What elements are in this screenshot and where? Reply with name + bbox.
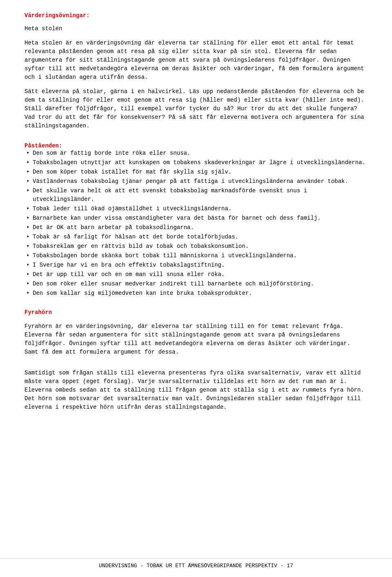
list-item: Tobaksbolagen utnyttjar att kunskapen om… xyxy=(24,158,368,167)
spacer2 xyxy=(24,303,368,309)
list-item: Det är upp till var och en om man vill s… xyxy=(24,270,368,279)
list-item: Barnarbete kan under vissa omständighete… xyxy=(24,214,368,223)
list-item: Tobak är så farligt för hälsan att det b… xyxy=(24,233,368,241)
footer-text: UNDERVISNING - TOBAK UR ETT ÄMNESÖVERGRI… xyxy=(99,563,293,569)
list-item: I Sverige har vi en bra och effektiv tob… xyxy=(24,261,368,270)
pastaenden-heading: Påståenden: xyxy=(24,143,62,149)
section2-paragraph-1: Fyrahörn är en värderingsövning, där ele… xyxy=(24,323,350,355)
section1-para1: Heta stolen är en värderingsövning där e… xyxy=(24,39,368,82)
spacer3 xyxy=(24,316,368,322)
list-item: Tobaksreklam ger en rättvis bild av toba… xyxy=(24,242,368,251)
page-container: Värderingsövningar: Heta stolen Heta sto… xyxy=(0,0,392,442)
section2-para1: Fyrahörn är en värderingsövning, där ele… xyxy=(24,322,368,356)
section2-para2: Samtidigt som frågan ställs till elevern… xyxy=(24,369,368,412)
list-item: Den som är fattig borde inte röka eller … xyxy=(24,149,368,158)
list-item: Tobaksbolagen borde skänka bort tobak ti… xyxy=(24,252,368,260)
page-footer: UNDERVISNING - TOBAK UR ETT ÄMNESÖVERGRI… xyxy=(0,558,392,569)
section1-para2: Sätt eleverna på stolar, gärna i en halv… xyxy=(24,87,368,130)
list-item: Den som kallar sig miljömedveten kan int… xyxy=(24,289,368,298)
section1-paragraph-1: Heta stolen är en värderingsövning där e… xyxy=(24,40,364,80)
section2-paragraph-2: Samtidigt som frågan ställs till elevern… xyxy=(24,370,364,410)
section1-paragraph-2: Sätt eleverna på stolar, gärna i en halv… xyxy=(24,88,364,129)
section2-heading-block: Fyrahörn xyxy=(24,309,368,316)
list-item: Det är OK att barn arbetar på tobaksodli… xyxy=(24,223,368,232)
list-item: Det skulle vara helt ok att ett svenskt … xyxy=(24,187,368,204)
section1-title-block: Heta stolen xyxy=(24,25,368,33)
list-item: Västländernas tobaksbolag tjänar pengar … xyxy=(24,177,368,186)
bullet-list: Den som är fattig borde inte röka eller … xyxy=(24,149,368,298)
list-item: Den som köper tobak istället för mat får… xyxy=(24,168,368,176)
section1-title: Heta stolen xyxy=(24,25,62,32)
list-item: Den som röker eller snusar medverkar ind… xyxy=(24,280,368,288)
list-item: Tobak leder till ökad ojämställdhet i ut… xyxy=(24,205,368,213)
spacer4 xyxy=(24,362,368,369)
spacer1 xyxy=(24,136,368,143)
main-heading-block: Värderingsövningar: xyxy=(24,12,368,19)
pastaenden-heading-block: Påståenden: xyxy=(24,143,368,149)
section2-heading: Fyrahörn xyxy=(24,309,52,316)
main-heading: Värderingsövningar: xyxy=(24,12,90,19)
